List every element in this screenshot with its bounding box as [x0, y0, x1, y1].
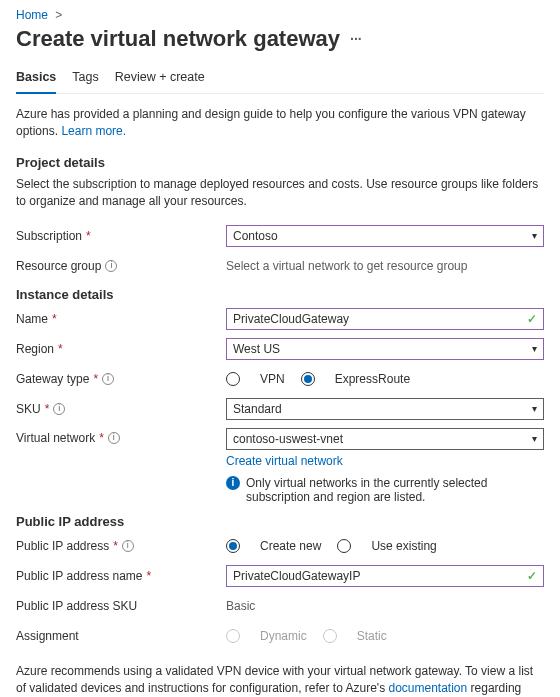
section-project-details: Project details	[16, 155, 544, 170]
radio-dynamic-label: Dynamic	[260, 629, 307, 643]
name-label: Name	[16, 312, 48, 326]
pubip-addr-label: Public IP address	[16, 539, 109, 553]
vnet-info-text: Only virtual networks in the currently s…	[246, 476, 544, 504]
info-icon[interactable]: i	[108, 432, 120, 444]
name-input[interactable]: PrivateCloudGateway ✓	[226, 308, 544, 330]
pubip-sku-value: Basic	[226, 599, 544, 613]
info-icon[interactable]: i	[105, 260, 117, 272]
vnet-value: contoso-uswest-vnet	[233, 432, 343, 446]
check-icon: ✓	[527, 569, 537, 583]
required-marker: *	[113, 539, 118, 553]
chevron-down-icon: ▾	[532, 230, 537, 241]
info-icon[interactable]: i	[53, 403, 65, 415]
sku-select[interactable]: Standard ▾	[226, 398, 544, 420]
vnet-select[interactable]: contoso-uswest-vnet ▾	[226, 428, 544, 450]
name-value: PrivateCloudGateway	[233, 312, 349, 326]
radio-expressroute-label: ExpressRoute	[335, 372, 410, 386]
resource-group-label: Resource group	[16, 259, 101, 273]
subscription-select[interactable]: Contoso ▾	[226, 225, 544, 247]
resource-group-hint: Select a virtual network to get resource…	[226, 259, 544, 273]
region-value: West US	[233, 342, 280, 356]
gateway-type-label: Gateway type	[16, 372, 89, 386]
sku-value: Standard	[233, 402, 282, 416]
required-marker: *	[58, 342, 63, 356]
project-details-desc: Select the subscription to manage deploy…	[16, 176, 544, 211]
radio-static-label: Static	[357, 629, 387, 643]
learn-more-link[interactable]: Learn more.	[61, 124, 126, 138]
radio-use-existing[interactable]	[337, 539, 351, 553]
chevron-down-icon: ▾	[532, 403, 537, 414]
chevron-down-icon: ▾	[532, 343, 537, 354]
more-icon[interactable]: ···	[350, 31, 362, 47]
sku-label: SKU	[16, 402, 41, 416]
radio-create-new-label: Create new	[260, 539, 321, 553]
pubip-name-label: Public IP address name	[16, 569, 143, 583]
section-instance-details: Instance details	[16, 287, 544, 302]
required-marker: *	[93, 372, 98, 386]
radio-expressroute[interactable]	[301, 372, 315, 386]
required-marker: *	[147, 569, 152, 583]
check-icon: ✓	[527, 312, 537, 326]
tab-review-create[interactable]: Review + create	[115, 64, 205, 93]
radio-vpn-label: VPN	[260, 372, 285, 386]
info-icon[interactable]: i	[122, 540, 134, 552]
region-select[interactable]: West US ▾	[226, 338, 544, 360]
breadcrumb-sep: >	[51, 8, 66, 22]
chevron-down-icon: ▾	[532, 433, 537, 444]
pubip-name-value: PrivateCloudGatewayIP	[233, 569, 360, 583]
assignment-label: Assignment	[16, 629, 79, 643]
pubip-sku-label: Public IP address SKU	[16, 599, 137, 613]
info-icon[interactable]: i	[102, 373, 114, 385]
required-marker: *	[52, 312, 57, 326]
breadcrumb-home[interactable]: Home	[16, 8, 48, 22]
subscription-value: Contoso	[233, 229, 278, 243]
vnet-label: Virtual network	[16, 431, 95, 445]
documentation-link[interactable]: documentation	[389, 681, 468, 695]
tab-basics[interactable]: Basics	[16, 64, 56, 94]
pubip-name-input[interactable]: PrivateCloudGatewayIP ✓	[226, 565, 544, 587]
radio-create-new[interactable]	[226, 539, 240, 553]
section-public-ip: Public IP address	[16, 514, 544, 529]
required-marker: *	[99, 431, 104, 445]
radio-use-existing-label: Use existing	[371, 539, 436, 553]
info-bubble-icon: i	[226, 476, 240, 490]
radio-dynamic	[226, 629, 240, 643]
page-title: Create virtual network gateway	[16, 26, 340, 52]
tab-tags[interactable]: Tags	[72, 64, 98, 93]
create-vnet-link[interactable]: Create virtual network	[226, 454, 343, 468]
required-marker: *	[86, 229, 91, 243]
radio-static	[323, 629, 337, 643]
subscription-label: Subscription	[16, 229, 82, 243]
radio-vpn[interactable]	[226, 372, 240, 386]
region-label: Region	[16, 342, 54, 356]
required-marker: *	[45, 402, 50, 416]
